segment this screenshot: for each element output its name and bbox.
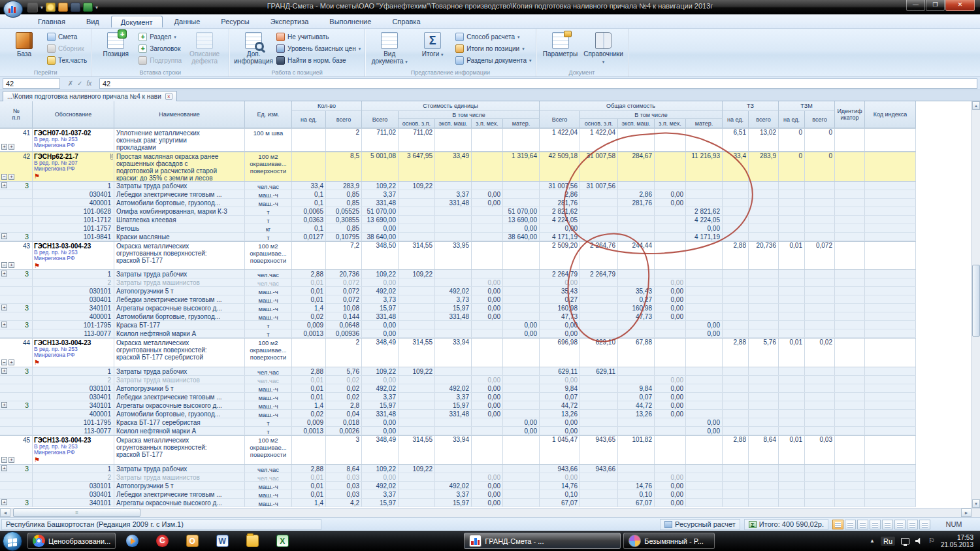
value-cell-so[interactable] [399, 490, 435, 498]
value-cell-tzv[interactable] [749, 278, 779, 286]
value-cell-so[interactable] [399, 473, 435, 481]
value-cell-tzv[interactable] [749, 287, 779, 295]
value-cell-oo[interactable] [580, 410, 618, 418]
value-cell-ov[interactable]: 9,84 [540, 384, 580, 392]
row-number-cell[interactable] [0, 410, 33, 418]
unit-cell[interactable]: т [245, 321, 292, 329]
volume-icon[interactable] [915, 538, 923, 544]
value-cell-tzme[interactable] [779, 367, 805, 375]
row-number-cell[interactable]: +З [0, 499, 33, 507]
col-header-naimenovanie[interactable]: Наименование [114, 101, 245, 128]
justification-cell[interactable]: 340101 [33, 401, 114, 409]
value-cell-sv[interactable]: 0,00 [362, 278, 399, 286]
value-cell-sm[interactable] [503, 312, 540, 320]
value-cell-so[interactable]: 314,55 [399, 436, 435, 464]
index-code-cell[interactable] [865, 473, 916, 481]
value-cell-sz[interactable] [472, 367, 503, 375]
identifier-cell[interactable] [835, 499, 865, 507]
index-code-cell[interactable] [865, 329, 916, 337]
value-cell-sv[interactable]: 3,37 [362, 393, 399, 401]
value-cell-om[interactable] [686, 482, 723, 490]
col-header-v-tom-chisle[interactable]: В том числе [399, 111, 540, 119]
value-cell-tze[interactable] [723, 190, 749, 198]
value-cell-tzme[interactable] [779, 312, 805, 320]
resource-row[interactable]: +З340101Агрегаты окрасочные высокого д..… [0, 401, 916, 410]
value-cell-tzv[interactable] [749, 270, 779, 278]
value-cell-ov[interactable]: 2,86 [540, 190, 580, 198]
value-cell-so[interactable] [399, 199, 435, 207]
value-cell-tzmv[interactable] [805, 384, 835, 392]
value-cell-oz[interactable] [655, 270, 686, 278]
value-cell-sv[interactable]: 0,00 [362, 418, 399, 426]
row-number-cell[interactable] [0, 329, 33, 337]
value-cell-sv[interactable]: 3,73 [362, 295, 399, 303]
value-cell-qv[interactable]: 8,64 [326, 465, 362, 473]
value-cell-qv[interactable]: 0,072 [326, 287, 362, 295]
value-cell-tzmv[interactable] [805, 329, 835, 337]
confirm-entry-icon[interactable]: ✓ [77, 80, 82, 87]
value-cell-oo[interactable]: 943,65 [580, 436, 618, 464]
value-cell-qv[interactable]: 8,5 [326, 152, 362, 181]
collapse-minus-icon[interactable]: − [1, 262, 7, 268]
value-cell-sx[interactable] [435, 321, 472, 329]
value-cell-sz[interactable]: 0,00 [472, 473, 503, 481]
value-cell-tzmv[interactable]: 0,02 [805, 339, 835, 367]
value-cell-sv[interactable]: 13 690,00 [362, 216, 399, 224]
justification-cell[interactable]: 1 [33, 270, 114, 278]
scroll-right-icon[interactable]: ► [961, 509, 972, 517]
taskbar-window-paint[interactable]: Безымянный - P... [623, 533, 715, 549]
value-cell-tze[interactable] [723, 312, 749, 320]
value-cell-oz[interactable]: 0,00 [655, 384, 686, 392]
value-cell-sz[interactable] [472, 182, 503, 190]
index-code-cell[interactable] [865, 339, 916, 367]
value-cell-tze[interactable]: 33,4 [723, 152, 749, 181]
index-code-cell[interactable] [865, 270, 916, 278]
value-cell-qe[interactable]: 2,88 [292, 367, 326, 375]
value-cell-oo[interactable] [580, 312, 618, 320]
value-cell-om[interactable] [686, 490, 723, 498]
value-cell-sz[interactable] [472, 418, 503, 426]
name-cell[interactable]: Олифа комбинированная, марки К-3 [114, 207, 245, 215]
value-cell-ov[interactable]: 160,98 [540, 304, 580, 312]
index-code-cell[interactable] [865, 384, 916, 392]
value-cell-sz[interactable] [472, 224, 503, 232]
value-cell-ov[interactable]: 0,00 [540, 224, 580, 232]
taskbar-item-word[interactable]: W [209, 532, 235, 550]
value-cell-oz[interactable]: 0,00 [655, 304, 686, 312]
value-cell-tzmv[interactable] [805, 295, 835, 303]
unit-cell[interactable]: маш.-ч [245, 295, 292, 303]
index-code-cell[interactable] [865, 312, 916, 320]
value-cell-so[interactable] [399, 207, 435, 215]
value-cell-oo[interactable] [580, 376, 618, 384]
value-cell-qv[interactable]: 0,00936 [326, 329, 362, 337]
value-cell-ov[interactable]: 4 171,19 [540, 233, 580, 241]
unit-cell[interactable]: маш.-ч [245, 287, 292, 295]
value-cell-sv[interactable]: 3,37 [362, 490, 399, 498]
value-cell-sz[interactable] [472, 152, 503, 181]
col-header-tzm[interactable]: ТЗМ [779, 101, 835, 111]
value-cell-ox[interactable]: 244,44 [618, 242, 655, 269]
unit-cell[interactable]: т [245, 207, 292, 215]
value-cell-sv[interactable]: 15,97 [362, 499, 399, 507]
row-number-cell[interactable] [0, 216, 33, 224]
identifier-cell[interactable] [835, 393, 865, 401]
expand-plus-icon[interactable]: + [1, 368, 7, 374]
value-cell-ox[interactable] [618, 278, 655, 286]
col-header-obosnovanie[interactable]: Обоснование [33, 101, 114, 128]
language-indicator[interactable]: Ru [881, 537, 895, 546]
close-button[interactable]: ✕ [945, 0, 975, 11]
value-cell-sx[interactable] [435, 418, 472, 426]
index-code-cell[interactable] [865, 401, 916, 409]
row-number-cell[interactable]: +З [0, 401, 33, 409]
value-cell-sz[interactable] [472, 465, 503, 473]
value-cell-sm[interactable] [503, 436, 540, 464]
col-header-vsego[interactable]: всего [326, 111, 362, 128]
value-cell-tzv[interactable] [749, 295, 779, 303]
row-number-cell[interactable] [0, 312, 33, 320]
value-cell-qv[interactable]: 0,02 [326, 376, 362, 384]
value-cell-so[interactable] [399, 278, 435, 286]
taskbar-item-explorer[interactable] [239, 532, 265, 550]
value-cell-qv[interactable]: 0,10795 [326, 233, 362, 241]
value-cell-ov[interactable]: 0,27 [540, 295, 580, 303]
resource-row[interactable]: 030401Лебедки электрические тяговым ...м… [0, 295, 916, 304]
